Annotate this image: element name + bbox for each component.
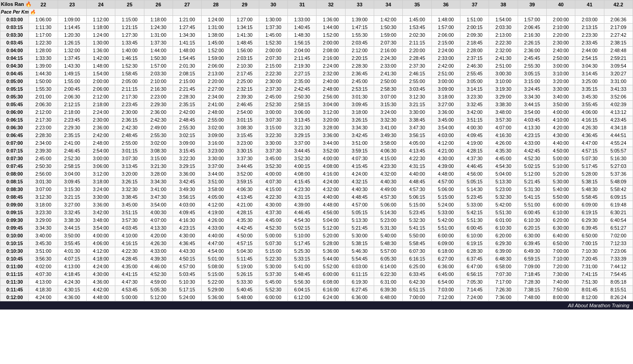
km-header-26: 26 bbox=[144, 0, 173, 9]
time-cell: 5:41:15 bbox=[518, 193, 546, 201]
pace-cell: 0:06:45 bbox=[0, 132, 29, 139]
km-header-41: 41 bbox=[575, 0, 604, 9]
table-row: 0:08:303:07:003:15:303:24:003:32:303:41:… bbox=[0, 186, 633, 193]
time-cell: 6:09:15 bbox=[604, 193, 633, 201]
time-cell: 2:11:45 bbox=[288, 54, 316, 62]
time-cell: 5:01:00 bbox=[202, 255, 230, 263]
table-row: 0:04:451:44:301:49:151:54:001:58:452:03:… bbox=[0, 70, 633, 78]
time-cell: 1:57:00 bbox=[144, 62, 173, 70]
time-cell: 5:32:30 bbox=[489, 193, 518, 201]
time-cell: 4:12:00 bbox=[86, 247, 115, 255]
time-cell: 4:01:30 bbox=[58, 247, 86, 255]
time-cell: 5:05:57 bbox=[604, 147, 633, 155]
table-row: 0:04:001:28:001:32:001:36:001:40:001:44:… bbox=[0, 47, 633, 54]
time-cell: 6:18:00 bbox=[431, 247, 460, 255]
time-cell: 4:32:00 bbox=[374, 170, 403, 178]
time-cell: 3:24:00 bbox=[86, 186, 115, 193]
time-cell: 2:37:15 bbox=[460, 54, 489, 62]
time-cell: 2:23:45 bbox=[115, 101, 144, 108]
pace-cell: 0:09:30 bbox=[0, 216, 29, 224]
time-cell: 1:48:00 bbox=[173, 47, 201, 54]
time-cell: 4:23:45 bbox=[604, 116, 633, 124]
time-cell: 5:17:15 bbox=[173, 286, 201, 294]
time-cell: 5:17:45 bbox=[288, 240, 316, 247]
time-cell: 5:48:00 bbox=[230, 294, 259, 301]
time-cell: 3:04:00 bbox=[58, 170, 86, 178]
time-cell: 3:34:30 bbox=[29, 224, 58, 232]
time-cell: 3:02:00 bbox=[144, 139, 173, 147]
time-cell: 3:55:45 bbox=[58, 240, 86, 247]
time-cell: 5:42:15 bbox=[460, 209, 489, 216]
time-cell: 3:42:45 bbox=[173, 178, 201, 186]
time-cell: 3:51:15 bbox=[115, 209, 144, 216]
time-cell: 3:48:00 bbox=[489, 108, 518, 116]
time-cell: 2:12:00 bbox=[29, 108, 58, 116]
time-cell: 3:05:00 bbox=[460, 78, 489, 85]
time-cell: 2:37:30 bbox=[403, 62, 431, 70]
time-cell: 7:24:00 bbox=[460, 294, 489, 301]
time-cell: 3:45:00 bbox=[431, 116, 460, 124]
time-cell: 2:30:00 bbox=[115, 108, 144, 116]
time-cell: 6:09:00 bbox=[431, 240, 460, 247]
time-cell: 7:28:30 bbox=[518, 278, 546, 286]
time-cell: 2:55:00 bbox=[115, 139, 144, 147]
time-cell: 1:39:00 bbox=[29, 62, 58, 70]
time-cell: 2:34:00 bbox=[29, 139, 58, 147]
table-row: 0:11:154:07:304:18:454:30:004:41:154:52:… bbox=[0, 271, 633, 278]
time-cell: 7:05:30 bbox=[460, 278, 489, 286]
time-cell: 2:06:45 bbox=[518, 24, 546, 31]
time-cell: 5:31:30 bbox=[374, 224, 403, 232]
table-row: 0:03:301:17:001:20:301:24:001:27:301:31:… bbox=[0, 31, 633, 39]
time-cell: 2:13:15 bbox=[575, 24, 604, 31]
time-cell: 4:46:45 bbox=[288, 209, 316, 216]
time-cell: 5:33:15 bbox=[288, 255, 316, 263]
time-cell: 2:01:30 bbox=[173, 62, 201, 70]
time-cell: 4:54:00 bbox=[202, 247, 230, 255]
time-cell: 6:19:15 bbox=[575, 209, 604, 216]
time-cell: 6:19:15 bbox=[460, 240, 489, 247]
pace-cell: 0:08:45 bbox=[0, 193, 29, 201]
time-cell: 4:30:00 bbox=[173, 232, 201, 240]
time-cell: 5:12:00 bbox=[144, 294, 173, 301]
time-cell: 2:45:00 bbox=[29, 155, 58, 162]
time-cell: 5:36:00 bbox=[202, 294, 230, 301]
time-cell: 2:45:00 bbox=[345, 78, 374, 85]
time-cell: 1:54:45 bbox=[173, 54, 201, 62]
time-cell: 2:10:00 bbox=[144, 78, 173, 85]
time-cell: 2:50:30 bbox=[288, 93, 316, 101]
time-cell: 1:45:00 bbox=[202, 39, 230, 47]
time-cell: 2:26:15 bbox=[518, 39, 546, 47]
time-cell: 2:53:15 bbox=[345, 85, 374, 93]
time-cell: 5:03:45 bbox=[173, 271, 201, 278]
time-cell: 3:45:00 bbox=[259, 155, 287, 162]
time-cell: 6:39:30 bbox=[374, 286, 403, 294]
pace-cell: 0:06:00 bbox=[0, 108, 29, 116]
time-cell: 5:42:00 bbox=[431, 216, 460, 224]
time-cell: 4:48:45 bbox=[345, 193, 374, 201]
time-cell: 4:16:00 bbox=[316, 170, 345, 178]
time-cell: 5:58:45 bbox=[575, 193, 604, 201]
time-cell: 4:18:00 bbox=[86, 255, 115, 263]
time-cell: 2:48:00 bbox=[86, 139, 115, 147]
time-cell: 3:22:30 bbox=[173, 155, 201, 162]
time-cell: 3:18:00 bbox=[431, 93, 460, 101]
time-cell: 2:35:15 bbox=[58, 132, 86, 139]
time-cell: 5:02:15 bbox=[288, 224, 316, 232]
time-cell: 2:45:45 bbox=[518, 54, 546, 62]
time-cell: 5:15:00 bbox=[431, 193, 460, 201]
sub-col-9 bbox=[259, 9, 287, 16]
time-cell: 5:25:30 bbox=[288, 247, 316, 255]
time-cell: 2:58:30 bbox=[374, 85, 403, 93]
time-cell: 2:55:45 bbox=[460, 70, 489, 78]
time-cell: 1:46:15 bbox=[115, 54, 144, 62]
time-cell: 2:29:30 bbox=[144, 101, 173, 108]
time-cell: 7:17:00 bbox=[489, 278, 518, 286]
time-cell: 4:22:30 bbox=[403, 155, 431, 162]
time-cell: 4:39:00 bbox=[288, 201, 316, 209]
time-cell: 1:49:15 bbox=[58, 70, 86, 78]
time-cell: 4:32:00 bbox=[316, 186, 345, 193]
time-cell: 2:54:15 bbox=[575, 54, 604, 62]
time-cell: 3:26:15 bbox=[345, 116, 374, 124]
time-cell: 7:50:00 bbox=[546, 286, 575, 294]
time-cell: 4:03:00 bbox=[173, 201, 201, 209]
